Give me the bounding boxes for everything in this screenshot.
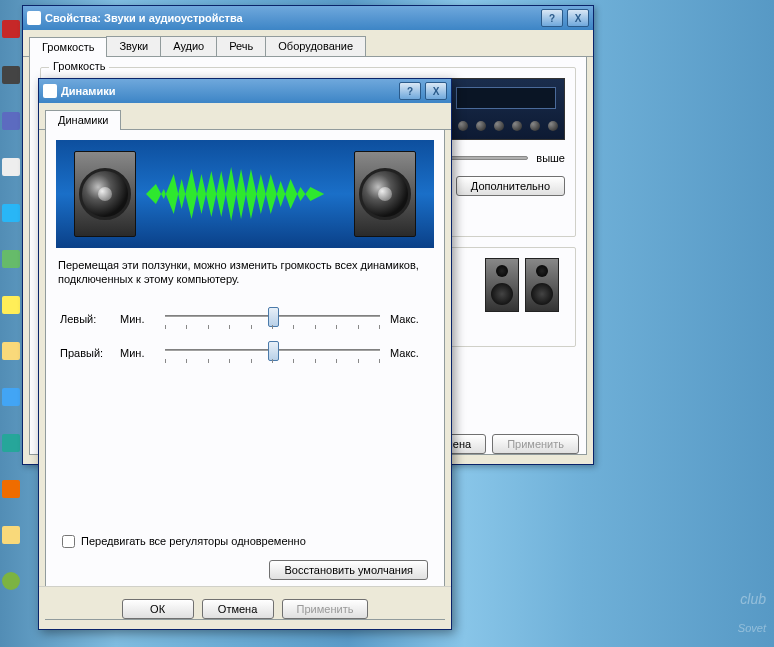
ok-button[interactable]: ОК bbox=[122, 599, 194, 619]
apply-button[interactable]: Применить bbox=[492, 434, 579, 454]
left-volume-slider[interactable] bbox=[165, 305, 380, 333]
tab-audio[interactable]: Аудио bbox=[160, 36, 217, 56]
tab-strip: Громкость Звуки Аудио Речь Оборудование bbox=[23, 30, 593, 57]
waveform-icon bbox=[146, 159, 344, 229]
left-speaker-icon bbox=[74, 151, 136, 237]
close-button[interactable]: X bbox=[567, 9, 589, 27]
desktop-icon-column bbox=[2, 20, 22, 590]
close-button[interactable]: X bbox=[425, 82, 447, 100]
desktop-icon[interactable] bbox=[2, 112, 20, 130]
titlebar[interactable]: Свойства: Звуки и аудиоустройства ? X bbox=[23, 6, 593, 30]
min-label: Мин. bbox=[120, 313, 155, 325]
apply-button[interactable]: Применить bbox=[282, 599, 369, 619]
desktop-icon[interactable] bbox=[2, 158, 20, 176]
balance-sliders: Левый: Мин. Макс. Правый: Мин. Макс. bbox=[60, 305, 430, 367]
right-volume-slider[interactable] bbox=[165, 339, 380, 367]
titlebar[interactable]: Динамики ? X bbox=[39, 79, 451, 103]
restore-defaults-button[interactable]: Восстановить умолчания bbox=[269, 560, 428, 580]
window-title: Динамики bbox=[61, 85, 399, 97]
desktop-icon[interactable] bbox=[2, 250, 20, 268]
desktop-icon[interactable] bbox=[2, 388, 20, 406]
tab-hardware[interactable]: Оборудование bbox=[265, 36, 366, 56]
desktop-icon[interactable] bbox=[2, 526, 20, 544]
group-label: Громкость bbox=[49, 60, 109, 72]
window-title: Свойства: Звуки и аудиоустройства bbox=[45, 12, 541, 24]
tab-volume[interactable]: Громкость bbox=[29, 37, 107, 57]
tab-strip: Динамики bbox=[39, 103, 451, 130]
speaker-pair-illustration bbox=[485, 258, 565, 318]
desktop-icon[interactable] bbox=[2, 342, 20, 360]
audio-device-illustration bbox=[447, 78, 565, 140]
right-speaker-icon bbox=[354, 151, 416, 237]
max-label: Макс. bbox=[390, 347, 430, 359]
help-button[interactable]: ? bbox=[541, 9, 563, 27]
desktop-icon[interactable] bbox=[2, 434, 20, 452]
tab-speakers[interactable]: Динамики bbox=[45, 110, 121, 130]
left-channel-label: Левый: bbox=[60, 313, 110, 325]
move-together-row: Передвигать все регуляторы одновременно bbox=[62, 535, 428, 548]
panel-speakers: Перемещая эти ползунки, можно изменить г… bbox=[45, 130, 445, 620]
desktop-icon[interactable] bbox=[2, 66, 20, 84]
window-icon bbox=[27, 11, 41, 25]
desktop-icon-utorrent[interactable] bbox=[2, 572, 20, 590]
cancel-button[interactable]: Отмена bbox=[202, 599, 274, 619]
desktop-icon[interactable] bbox=[2, 296, 20, 314]
move-together-label: Передвигать все регуляторы одновременно bbox=[81, 535, 306, 547]
dialog-button-row: ОК Отмена Применить bbox=[39, 586, 451, 619]
watermark: club Sovet bbox=[738, 591, 766, 639]
right-channel-label: Правый: bbox=[60, 347, 110, 359]
tab-voice[interactable]: Речь bbox=[216, 36, 266, 56]
svg-marker-0 bbox=[146, 167, 344, 221]
desktop-icon[interactable] bbox=[2, 20, 20, 38]
help-button[interactable]: ? bbox=[399, 82, 421, 100]
move-together-checkbox[interactable] bbox=[62, 535, 75, 548]
desktop-icon[interactable] bbox=[2, 204, 20, 222]
min-label: Мин. bbox=[120, 347, 155, 359]
volume-high-label: выше bbox=[536, 152, 565, 164]
speakers-hero-image bbox=[56, 140, 434, 248]
desktop-icon[interactable] bbox=[2, 480, 20, 498]
tab-sounds[interactable]: Звуки bbox=[106, 36, 161, 56]
max-label: Макс. bbox=[390, 313, 430, 325]
advanced-button[interactable]: Дополнительно bbox=[456, 176, 565, 196]
window-icon bbox=[43, 84, 57, 98]
instruction-text: Перемещая эти ползунки, можно изменить г… bbox=[58, 258, 432, 287]
speakers-dialog-window: Динамики ? X Динамики Перемещая эти полз… bbox=[38, 78, 452, 630]
